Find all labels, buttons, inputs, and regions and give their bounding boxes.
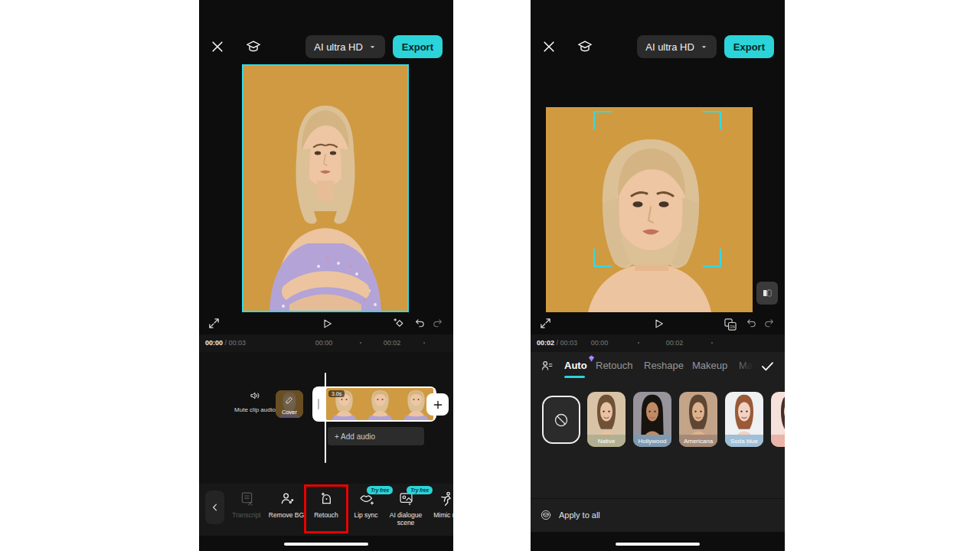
add-keyframe-icon[interactable] (393, 317, 406, 330)
toolbar-item-label: Retouch (306, 512, 346, 520)
toolbar-item-retouch[interactable]: Retouch (306, 491, 346, 520)
toolbar-back-button[interactable] (205, 491, 224, 524)
tab-reshape[interactable]: Reshape (644, 360, 684, 371)
video-preview[interactable] (242, 64, 409, 312)
apply-to-all-button[interactable]: Apply to all (531, 504, 785, 527)
active-tab-underline (564, 376, 585, 378)
mute-clip-audio-button[interactable]: Mute clip audio (234, 390, 276, 414)
toolbar-item-mimic-m[interactable]: Mimic m (426, 491, 453, 520)
face-select-icon[interactable] (540, 359, 554, 373)
play-icon[interactable] (652, 317, 665, 331)
tutorial-cap-icon[interactable] (577, 38, 593, 55)
chevron-left-icon (210, 502, 220, 513)
export-label: Export (733, 41, 765, 53)
svg-text:ON: ON (730, 325, 735, 329)
tab-retouch[interactable]: Retouch (596, 360, 632, 371)
face-bracket-bottom-left (593, 249, 612, 267)
redo-icon[interactable] (432, 317, 445, 330)
home-indicator (616, 543, 700, 546)
close-icon[interactable] (541, 39, 557, 54)
preset-soda-blue[interactable]: Soda blue (725, 392, 763, 447)
export-button[interactable]: Export (393, 35, 443, 58)
tab-label: Reshape (644, 360, 684, 371)
add-audio-button[interactable]: + Add audio (328, 427, 424, 445)
toolbar-item-label: Lip sync (346, 512, 386, 520)
phone-screen-editor: AI ultra HD Export (199, 0, 453, 551)
quality-label: AI ultra HD (314, 41, 363, 53)
preset-label: Soda blue (725, 435, 763, 447)
undo-icon[interactable] (744, 317, 757, 330)
tab-auto[interactable]: Auto (564, 360, 587, 371)
pencil-icon (285, 396, 294, 405)
ruler-label: 00:02 (384, 339, 401, 347)
none-icon (553, 412, 570, 429)
playhead[interactable] (325, 373, 326, 463)
undo-icon[interactable] (413, 317, 426, 330)
quality-label: AI ultra HD (645, 41, 694, 53)
ruler-dot (638, 342, 639, 344)
trim-handle[interactable] (318, 399, 319, 409)
face-bracket-bottom-right (703, 249, 721, 267)
fullscreen-icon[interactable] (207, 317, 220, 330)
preset-label: Americana (679, 435, 717, 447)
play-icon[interactable] (320, 317, 334, 331)
fullscreen-icon[interactable] (539, 317, 552, 330)
ruler-label: 00:02 (666, 339, 684, 347)
preset-none-selected[interactable] (542, 396, 580, 444)
preset-americana[interactable]: Americana (679, 392, 717, 447)
toolbar-item-transcript[interactable]: Transcript (227, 491, 266, 520)
timeline-ruler: 00:0000:02 (199, 337, 453, 350)
chevron-down-icon (700, 43, 708, 51)
redo-icon[interactable] (763, 317, 776, 330)
compare-split-icon (761, 287, 773, 299)
preset-native[interactable]: Native (587, 392, 626, 447)
quality-selector[interactable]: AI ultra HD (305, 35, 385, 58)
preset-hollywood[interactable]: Hollywood (633, 392, 671, 447)
add-clip-button[interactable] (426, 393, 449, 416)
chevron-down-icon (368, 43, 377, 51)
cover-button[interactable]: Cover (276, 390, 303, 418)
ruler-label: 00:00 (591, 339, 609, 347)
cover-label: Cover (276, 409, 303, 416)
toolbar-item-ai-dialogue-scene[interactable]: Try freeAI dialogue scene (386, 491, 426, 527)
confirm-check-icon[interactable] (760, 358, 776, 374)
compare-split-button[interactable] (756, 282, 778, 305)
try-free-badge: Try free (407, 486, 433, 494)
apply-to-all-label: Apply to all (559, 510, 600, 520)
preset-label: Native (587, 435, 626, 447)
preset-label: Hollywood (633, 435, 671, 447)
editor-header: AI ultra HD Export (199, 34, 453, 60)
preview-image (243, 66, 407, 311)
compare-on-icon[interactable]: ON (722, 317, 739, 332)
toolbar-item-label: Transcript (227, 512, 266, 520)
remove-bg-icon (279, 491, 295, 507)
toolbar-item-label: AI dialogue scene (386, 512, 426, 527)
face-bracket-top-left (593, 111, 612, 129)
tab-makeup[interactable]: Makeup (692, 360, 727, 371)
editor-header: AI ultra HD Export (531, 34, 785, 60)
export-label: Export (402, 41, 433, 53)
plus-icon (432, 399, 444, 411)
home-indicator (284, 543, 368, 546)
export-button[interactable]: Export (724, 35, 774, 58)
transcript-icon (239, 491, 255, 507)
toolbar-item-label: Remove BG (266, 512, 306, 520)
ruler-label: 00:00 (315, 339, 333, 347)
mimic-icon (438, 491, 454, 507)
retouch-icon (318, 491, 335, 507)
layers-icon (540, 509, 552, 521)
quality-selector[interactable]: AI ultra HD (637, 35, 717, 58)
tab-label: Retouch (596, 360, 632, 371)
toolbar-item-lip-sync[interactable]: Try freeLip sync (346, 491, 386, 520)
video-preview[interactable] (546, 107, 753, 312)
video-clip[interactable]: 3.0s (312, 386, 436, 422)
tutorial-cap-icon[interactable] (245, 38, 262, 55)
preview-image (546, 107, 753, 312)
add-audio-label: + Add audio (335, 432, 375, 441)
close-icon[interactable] (210, 39, 225, 54)
toolbar-item-remove-bg[interactable]: Remove BG (266, 491, 306, 520)
tab-label: Makeup (692, 360, 727, 371)
premium-gem-icon (587, 354, 596, 363)
phone-screen-retouch: AI ultra HD Export (531, 0, 785, 551)
preset-soft[interactable]: Soft (771, 392, 785, 447)
